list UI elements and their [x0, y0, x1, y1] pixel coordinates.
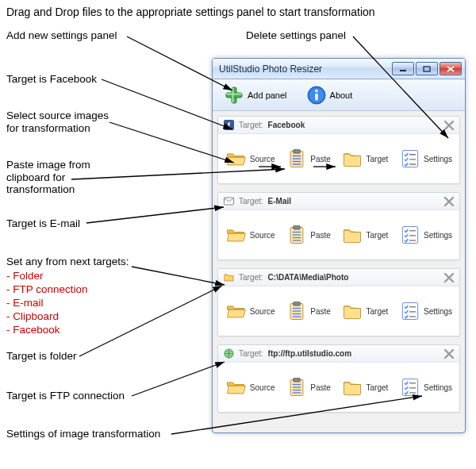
settings-label: Settings: [424, 307, 452, 316]
panel-delete-button[interactable]: [443, 348, 455, 359]
titlebar[interactable]: UtilStudio Photo Resizer: [213, 59, 465, 79]
anno-paste: Paste image from clipboard for transform…: [6, 159, 90, 196]
folder-icon: [341, 224, 363, 246]
folder-icon: [341, 148, 363, 170]
source-label: Source: [250, 383, 275, 392]
paste-button[interactable]: Paste: [286, 224, 331, 246]
anno-set-target-4: - Facebook: [6, 324, 60, 336]
settings-panel[interactable]: Target: E-Mail Source Paste Target Setti…: [217, 192, 460, 260]
source-button[interactable]: Source: [225, 148, 275, 170]
checklist-icon: [399, 300, 421, 322]
svg-rect-24: [294, 226, 301, 229]
panel-header: f Target: Facebook: [218, 117, 459, 134]
panel-header: Target: E-Mail: [218, 193, 459, 210]
svg-rect-4: [232, 87, 234, 102]
anno-set-target-1: - FTP connection: [6, 283, 88, 296]
folder-open-icon: [225, 224, 248, 246]
svg-rect-13: [294, 150, 301, 153]
settings-button[interactable]: Settings: [399, 148, 452, 170]
source-button[interactable]: Source: [225, 300, 275, 322]
close-button[interactable]: [440, 62, 462, 75]
folder-open-icon: [225, 148, 248, 170]
panel-target-label: Target:: [239, 197, 263, 206]
panel-header: Target: C:\DATA\Media\Photo: [218, 269, 459, 286]
svg-rect-45: [294, 379, 301, 382]
source-label: Source: [250, 155, 275, 163]
settings-panel[interactable]: Target: ftp://ftp.utilstudio.com Source …: [217, 344, 460, 413]
target-button[interactable]: Target: [341, 376, 388, 398]
window-title: UtilStudio Photo Resizer: [219, 63, 392, 75]
clipboard-icon: [286, 376, 308, 398]
email-icon: [223, 196, 234, 207]
source-button[interactable]: Source: [225, 376, 275, 398]
checklist-icon: [399, 148, 421, 170]
anno-set-target-2: - E-mail: [6, 297, 44, 309]
about-button[interactable]: About: [301, 83, 358, 107]
minimize-button[interactable]: [392, 62, 414, 75]
folder-open-icon: [225, 376, 248, 398]
ftp-icon: [223, 348, 234, 359]
panel-body: Source Paste Target Settings: [218, 134, 459, 183]
folder-icon: [223, 272, 234, 283]
target-button[interactable]: Target: [341, 300, 388, 322]
panel-body: Source Paste Target Settings: [218, 363, 459, 412]
anno-delete-panel: Delete settings panel: [246, 29, 346, 42]
paste-label: Paste: [310, 307, 331, 316]
panel-target-value: C:\DATA\Media\Photo: [268, 273, 439, 282]
target-label: Target: [366, 307, 388, 316]
target-label: Target: [366, 383, 388, 392]
paste-label: Paste: [310, 155, 331, 163]
anno-set-targets-header: Set any from next targets:: [6, 256, 129, 268]
panel-target-value: E-Mail: [268, 197, 439, 206]
paste-button[interactable]: Paste: [286, 300, 331, 322]
target-label: Target: [366, 231, 388, 240]
anno-target-facebook: Target is Facebook: [6, 73, 97, 86]
plus-icon: [224, 85, 244, 106]
panel-delete-button[interactable]: [443, 272, 455, 283]
settings-panel[interactable]: Target: C:\DATA\Media\Photo Source Paste…: [217, 268, 460, 336]
toolbar: Add panel About: [213, 79, 465, 111]
checklist-icon: [399, 224, 421, 246]
anno-target-folder: Target is folder: [6, 350, 77, 363]
panel-target-value: Facebook: [268, 121, 439, 129]
add-panel-button[interactable]: Add panel: [219, 83, 292, 107]
target-button[interactable]: Target: [341, 148, 388, 170]
panel-delete-button[interactable]: [443, 196, 455, 207]
add-panel-label: Add panel: [248, 90, 287, 100]
maximize-button[interactable]: [416, 62, 438, 75]
headline: Drag and Drop files to the appropriate s…: [6, 6, 375, 18]
checklist-icon: [399, 376, 421, 398]
settings-button[interactable]: Settings: [399, 224, 452, 246]
clipboard-icon: [286, 300, 308, 322]
facebook-icon: f: [223, 120, 234, 131]
panel-body: Source Paste Target Settings: [218, 210, 459, 259]
about-label: About: [330, 90, 353, 100]
paste-button[interactable]: Paste: [286, 148, 331, 170]
clipboard-icon: [286, 148, 308, 170]
panel-delete-button[interactable]: [443, 120, 455, 131]
svg-point-8: [315, 89, 318, 92]
panel-target-label: Target:: [239, 349, 263, 358]
panel-target-label: Target:: [239, 273, 263, 282]
svg-rect-34: [294, 302, 301, 306]
target-button[interactable]: Target: [341, 224, 388, 246]
info-icon: [306, 85, 327, 106]
svg-rect-5: [227, 93, 242, 94]
source-button[interactable]: Source: [225, 224, 275, 246]
paste-button[interactable]: Paste: [286, 376, 331, 398]
panel-body: Source Paste Target Settings: [218, 286, 459, 336]
settings-button[interactable]: Settings: [399, 300, 452, 322]
anno-add-panel: Add new settings panel: [6, 29, 117, 42]
paste-label: Paste: [310, 231, 331, 240]
settings-label: Settings: [424, 231, 452, 240]
anno-target-email: Target is E-mail: [6, 217, 80, 230]
svg-rect-1: [424, 67, 430, 71]
settings-button[interactable]: Settings: [399, 376, 452, 398]
source-label: Source: [250, 307, 275, 316]
settings-panel[interactable]: f Target: Facebook Source Paste Target S…: [217, 116, 460, 184]
svg-rect-9: [315, 93, 317, 100]
anno-settings: Settings of image transformation: [6, 428, 160, 440]
app-window: UtilStudio Photo Resizer Add panel About…: [212, 58, 466, 433]
anno-target-ftp: Target is FTP connection: [6, 390, 125, 402]
panels-container: f Target: Facebook Source Paste Target S…: [213, 111, 465, 425]
